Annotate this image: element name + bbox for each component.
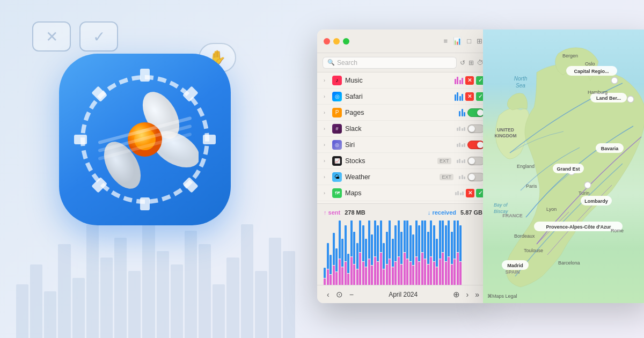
- chart-bar-sent-5: [339, 259, 341, 285]
- chart-bar-sent-8: [347, 274, 349, 285]
- end-button[interactable]: »: [472, 290, 482, 299]
- svg-text:FRANCE: FRANCE: [502, 213, 523, 218]
- svg-text:Barcelona: Barcelona: [558, 260, 580, 266]
- chart-bar-group-39: [439, 225, 441, 285]
- chart-bar-sent-35: [427, 264, 429, 285]
- chevron-safari: ›: [324, 94, 329, 99]
- chart-bar-sent-0: [324, 278, 326, 285]
- prev-button[interactable]: ‹: [324, 290, 333, 299]
- svg-point-6: [627, 96, 634, 102]
- chart-bar-sent-2: [330, 275, 332, 285]
- propeller: [91, 86, 199, 193]
- chevron-weather: ›: [324, 174, 329, 180]
- app-row-safari[interactable]: › ◎ Safari ✕ ✓: [317, 89, 489, 105]
- chart-bar-group-9: [350, 225, 353, 285]
- chart-bar-sent-44: [453, 259, 456, 285]
- svg-text:Hamburg: Hamburg: [588, 90, 608, 95]
- layout-icon[interactable]: ⊞: [477, 37, 482, 45]
- svg-text:Provence-Alpes-Côte d'Azur: Provence-Alpes-Côte d'Azur: [546, 224, 611, 230]
- map-svg: Capital Regio... Land Ber... Grand Est B…: [483, 30, 644, 303]
- maps-bar-icon: [455, 191, 464, 195]
- chart-bar-group-24: [394, 225, 397, 285]
- chart-bar-sent-13: [362, 262, 364, 285]
- app-row-slack[interactable]: › # Slack: [317, 121, 489, 137]
- weather-app-icon: 🌤: [332, 172, 342, 182]
- zoom-in-button[interactable]: ⊕: [450, 290, 463, 299]
- chart-bar-recv-19: [380, 221, 382, 252]
- music-bar-icon: [455, 77, 464, 84]
- chart-bar-sent-26: [400, 264, 402, 285]
- safari-x-toggle[interactable]: ✕: [465, 92, 474, 101]
- app-icon-wrapper: [59, 54, 231, 225]
- chart-bar-recv-10: [353, 232, 355, 264]
- svg-text:Sea: Sea: [516, 83, 525, 89]
- slack-toggle-knob: [469, 126, 475, 132]
- chevron-music: ›: [324, 78, 329, 83]
- chart-bar-sent-6: [341, 267, 343, 285]
- app-row-music[interactable]: › ♪ Music ✕ ✓: [317, 72, 489, 89]
- pages-toggle[interactable]: [467, 108, 485, 117]
- close-button[interactable]: [324, 38, 330, 45]
- svg-text:Bergen: Bergen: [562, 53, 578, 58]
- map-icon[interactable]: □: [467, 37, 471, 45]
- maximize-button[interactable]: [343, 38, 349, 45]
- app-row-weather[interactable]: › 🌤 Weather EXT: [317, 169, 489, 185]
- slack-bar-icon: [457, 127, 466, 131]
- stocks-toggle[interactable]: [467, 157, 485, 165]
- minimize-button[interactable]: [333, 38, 340, 45]
- chart-bar-sent-33: [421, 253, 423, 285]
- chart-bar-recv-34: [424, 221, 426, 259]
- chart-bar-group-38: [436, 225, 438, 285]
- music-x-toggle[interactable]: ✕: [465, 76, 474, 85]
- fingerprint-button[interactable]: ⊙: [333, 290, 346, 299]
- chart-icon[interactable]: 📊: [453, 37, 462, 45]
- pages-app-name: Pages: [345, 109, 456, 116]
- chart-bar-group-17: [374, 225, 376, 285]
- map-panel: Capital Regio... Land Ber... Grand Est B…: [483, 30, 644, 303]
- search-input[interactable]: 🔍 Search: [323, 57, 457, 69]
- safari-app-icon: ◎: [332, 92, 342, 101]
- app-row-stocks[interactable]: › 📈 Stocks EXT: [317, 153, 489, 169]
- chart-bar-group-45: [457, 225, 459, 285]
- chart-bar-recv-23: [392, 239, 394, 267]
- chart-bar-group-1: [327, 225, 329, 285]
- app-row-siri[interactable]: › ◎ Siri: [317, 137, 489, 153]
- stocks-bar-icon: [457, 159, 466, 163]
- refresh-icon[interactable]: ↺: [460, 59, 465, 67]
- chart-bar-group-22: [389, 225, 391, 285]
- siri-x-toggle[interactable]: [467, 141, 485, 149]
- weather-toggle-knob: [469, 174, 475, 180]
- safari-controls: ✕ ✓: [455, 92, 485, 101]
- chart-bar-sent-43: [451, 264, 453, 285]
- slack-toggle[interactable]: [467, 124, 485, 133]
- traffic-lights: [324, 38, 349, 45]
- app-row-maps[interactable]: › 🗺 Maps ✕ ✓: [317, 185, 489, 201]
- maps-x-toggle[interactable]: ✕: [466, 189, 474, 197]
- search-magnifier-icon: 🔍: [327, 59, 335, 66]
- app-row-pages[interactable]: › P Pages: [317, 105, 489, 121]
- stocks-toggle-knob: [469, 158, 475, 164]
- chevron-siri: ›: [324, 142, 329, 148]
- weather-toggle[interactable]: [467, 173, 485, 181]
- chart-bar-sent-46: [459, 262, 462, 285]
- chart-bar-recv-42: [448, 221, 450, 256]
- chart-bar-recv-37: [433, 225, 435, 261]
- chart-bar-sent-41: [445, 262, 447, 285]
- filter-icon[interactable]: ≡: [444, 37, 448, 45]
- next-button[interactable]: ›: [463, 290, 472, 299]
- chart-bar-recv-0: [324, 268, 326, 278]
- chart-bar-recv-36: [430, 221, 432, 256]
- grid-icon[interactable]: ⊞: [469, 59, 474, 67]
- chart-bar-sent-18: [377, 262, 379, 285]
- svg-text:Paris: Paris: [526, 183, 537, 189]
- chart-bar-group-29: [409, 225, 412, 285]
- chart-bar-recv-38: [436, 239, 438, 267]
- svg-text:Grand Est: Grand Est: [557, 166, 580, 172]
- svg-text:North: North: [514, 76, 528, 82]
- chart-bar-group-44: [453, 225, 456, 285]
- date-label: April 2024: [357, 291, 450, 298]
- chart-bar-recv-4: [335, 248, 338, 271]
- zoom-out-button[interactable]: −: [346, 290, 357, 299]
- chart-bar-recv-25: [398, 221, 400, 256]
- chart-bar-group-37: [433, 225, 435, 285]
